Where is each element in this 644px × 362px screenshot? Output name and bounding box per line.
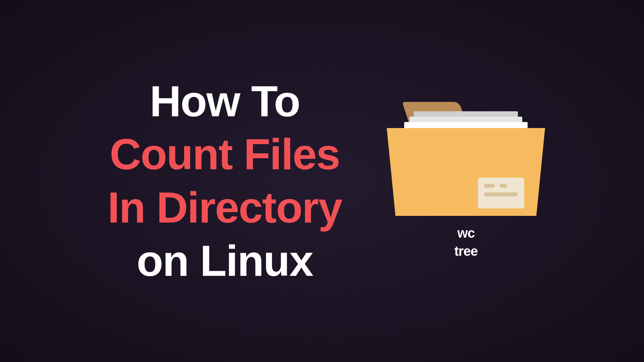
hero-banner: How To Count Files In Directory on Linux	[0, 75, 644, 287]
headline-line-1: How To	[108, 75, 342, 128]
label-dash	[499, 184, 507, 188]
command-tree: tree	[454, 242, 478, 260]
label-row-2	[484, 192, 518, 196]
headline-line-3: In Directory	[108, 181, 342, 234]
commands-list: wc tree	[454, 224, 478, 260]
headline-line-2: Count Files	[108, 128, 342, 181]
illustration-column: wc tree	[395, 102, 536, 260]
headline-block: How To Count Files In Directory on Linux	[108, 75, 342, 287]
label-row-1	[484, 184, 518, 188]
label-dash	[484, 192, 518, 196]
headline-line-4: on Linux	[108, 234, 342, 288]
folder-front	[395, 128, 536, 216]
label-dash	[484, 184, 495, 188]
folder-icon	[395, 102, 536, 216]
command-wc: wc	[454, 224, 478, 242]
folder-label-sticker	[478, 178, 524, 208]
